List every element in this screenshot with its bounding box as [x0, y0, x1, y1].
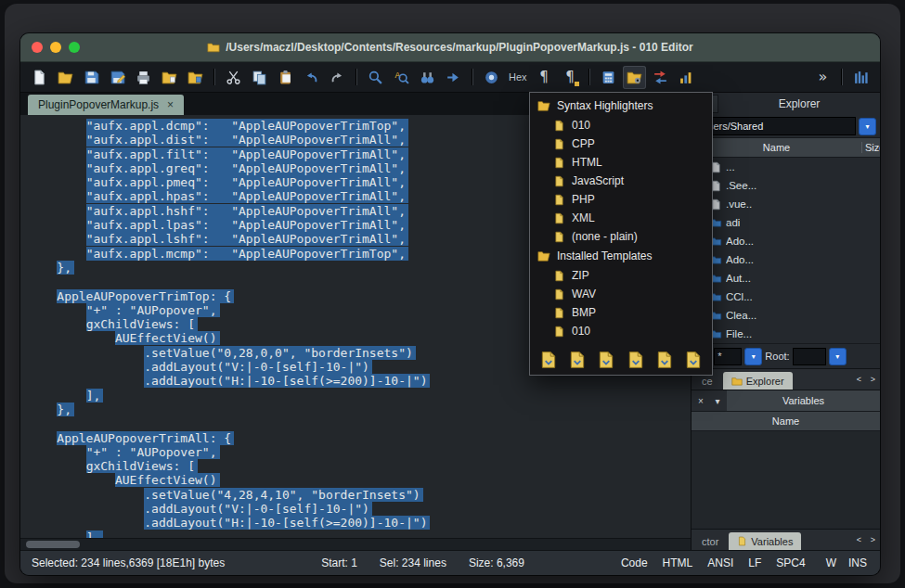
tab-variables[interactable]: Variables	[729, 532, 801, 550]
variables-column-header[interactable]: Name	[692, 411, 880, 431]
menu-item[interactable]: ZIP	[530, 266, 712, 285]
menu-item[interactable]: PHP	[530, 190, 712, 209]
menu-item[interactable]: JavaScript	[530, 172, 712, 190]
status-charset[interactable]: ANSI	[707, 556, 733, 569]
redo-button[interactable]	[326, 66, 349, 89]
variables-close-button[interactable]: ×	[693, 393, 708, 408]
status-linefeed[interactable]: LF	[748, 556, 761, 569]
template-tool-button[interactable]	[654, 349, 675, 371]
open-workspace-button[interactable]	[158, 66, 181, 89]
show-whitespace-button[interactable]: ¶	[533, 66, 556, 89]
path-input[interactable]: Users/Shared	[695, 117, 856, 135]
variables-name-column[interactable]: Name	[692, 415, 880, 427]
calculator-button[interactable]	[597, 66, 620, 89]
templates-button[interactable]	[623, 66, 646, 89]
template-tool-button[interactable]	[538, 349, 559, 371]
scissors-icon	[226, 70, 241, 85]
scroll-tabs-right-button[interactable]: >	[866, 532, 880, 548]
save-as-button[interactable]	[106, 66, 129, 89]
status-highlighter[interactable]: HTML	[663, 556, 693, 569]
histogram-icon	[853, 70, 869, 85]
scrollbar-thumb[interactable]	[26, 541, 80, 548]
tab-label: PluginPopoverMarkup.js	[38, 98, 159, 111]
menu-item[interactable]: (none - plain)	[530, 227, 712, 246]
template-tool-button[interactable]	[596, 349, 616, 371]
variables-menu-button[interactable]: ▾	[710, 393, 725, 408]
close-window-button[interactable]	[32, 42, 43, 53]
selected-text: "+" : "AUPopover",	[86, 303, 220, 317]
template-tool-button[interactable]	[683, 349, 704, 371]
open-folder-icon	[58, 70, 73, 85]
tab-explorer[interactable]: Explorer	[723, 372, 793, 390]
tool-button[interactable]	[480, 66, 503, 89]
more-tools-button[interactable]: »	[811, 66, 834, 89]
histogram-button[interactable]	[849, 66, 873, 89]
template-tool-icon	[539, 351, 558, 369]
chart-button[interactable]	[675, 66, 698, 89]
menu-item[interactable]: 010	[530, 116, 712, 134]
status-syntax[interactable]: Code	[621, 556, 648, 569]
menu-item[interactable]: XML	[530, 209, 712, 227]
cut-button[interactable]	[222, 66, 245, 89]
status-wrap[interactable]: W	[826, 556, 836, 569]
tab-close-icon[interactable]: ×	[167, 98, 174, 111]
open-file-button[interactable]	[54, 66, 77, 89]
copy-button[interactable]	[248, 66, 271, 89]
path-dropdown-button[interactable]: ▾	[859, 118, 876, 135]
save-workspace-button[interactable]	[184, 66, 207, 89]
tab-pluginpopovermarkup[interactable]: PluginPopoverMarkup.js ×	[28, 95, 184, 115]
save-button[interactable]	[80, 66, 103, 89]
explorer-column-header[interactable]: Name Size	[692, 137, 880, 158]
root-dropdown-button[interactable]: ▾	[829, 348, 847, 365]
menu-item[interactable]: CPP	[530, 134, 712, 153]
menu-item[interactable]: 010	[530, 322, 712, 340]
explorer-row[interactable]: >CCl...	[692, 288, 880, 306]
scroll-tabs-left-button[interactable]: <	[852, 372, 866, 388]
code-line: .addLayout("V:|-0-[self]-10-|")	[28, 502, 691, 516]
find-button[interactable]	[364, 66, 387, 89]
explorer-row[interactable]: >File...	[692, 325, 880, 343]
title-bar[interactable]: /Users/maczl/Desktop/Contents/Resources/…	[20, 33, 880, 62]
find-in-files-button[interactable]	[416, 66, 439, 89]
menu-section-label: Installed Templates	[557, 249, 653, 262]
new-file-button[interactable]	[28, 66, 51, 89]
explorer-row[interactable]: .See...	[692, 176, 880, 195]
scroll-tabs-right-button[interactable]: >	[866, 372, 880, 388]
root-input[interactable]	[793, 348, 826, 365]
status-spacing[interactable]: SPC4	[776, 556, 805, 569]
explorer-row[interactable]: >Clea...	[692, 306, 880, 325]
template-tool-button[interactable]	[626, 349, 646, 371]
filter-input[interactable]: *	[714, 348, 742, 365]
explorer-row[interactable]: ...	[692, 158, 880, 176]
filter-dropdown-button[interactable]: ▾	[744, 348, 762, 365]
goto-button[interactable]	[442, 66, 465, 89]
explorer-row[interactable]: .vue..	[692, 195, 880, 213]
horizontal-scrollbar[interactable]	[20, 538, 691, 550]
explorer-row[interactable]: >adi	[692, 213, 880, 232]
explorer-row[interactable]: >Ado...	[692, 250, 880, 269]
templates-menu-list: Syntax Highlighters010CPPHTMLJavaScriptP…	[530, 96, 712, 340]
undo-button[interactable]	[300, 66, 323, 89]
explorer-row[interactable]: >Aut...	[692, 269, 880, 288]
template-tool-button[interactable]	[567, 349, 588, 371]
edit-markers-button[interactable]: ¶	[559, 66, 582, 89]
menu-item[interactable]: HTML	[530, 153, 712, 172]
variables-list[interactable]	[692, 431, 880, 529]
status-insert[interactable]: INS	[848, 556, 867, 569]
tab-inspector[interactable]: ctor	[693, 532, 727, 550]
replace-button[interactable]: A	[390, 66, 413, 89]
name-column-header[interactable]: Name	[692, 142, 861, 153]
scroll-tabs-left-button[interactable]: <	[852, 532, 866, 548]
zoom-window-button[interactable]	[69, 42, 80, 53]
explorer-row[interactable]: >Ado...	[692, 232, 880, 250]
template-icon	[553, 157, 565, 169]
transfer-button[interactable]	[649, 66, 672, 89]
minimize-window-button[interactable]	[50, 42, 61, 53]
menu-item[interactable]: WAV	[530, 285, 712, 303]
paste-button[interactable]	[274, 66, 297, 89]
hex-view-button[interactable]: Hex	[506, 66, 530, 89]
selected-text: gxChildViews: [	[86, 317, 198, 331]
print-button[interactable]	[132, 66, 155, 89]
menu-item[interactable]: BMP	[530, 303, 712, 322]
size-column-header[interactable]: Size	[861, 142, 880, 153]
